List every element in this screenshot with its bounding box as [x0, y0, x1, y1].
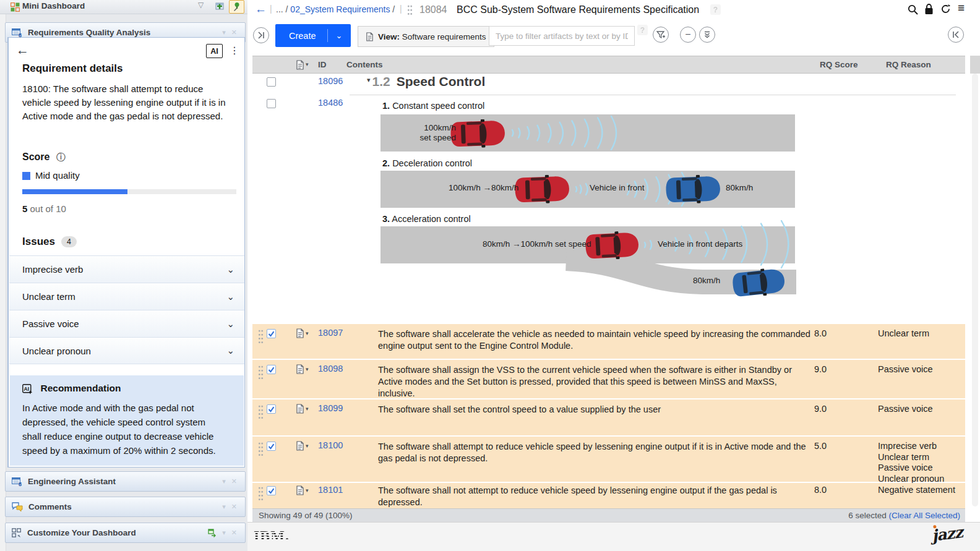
view-selector-button[interactable]: View: Software requirements	[358, 26, 494, 47]
caret-down-icon: ▾	[306, 366, 309, 372]
panel-header-comments[interactable]: Comments ▾ ✕	[5, 497, 246, 517]
lock-icon[interactable]	[924, 4, 934, 15]
artifact-type-icon[interactable]	[296, 364, 304, 374]
row-checkbox-18100[interactable]	[267, 442, 276, 451]
issue-accordion-imprecise-verb[interactable]: Imprecise verb ⌄	[9, 255, 244, 283]
vehicle-departs-label: Vehicle in front departs	[658, 239, 742, 249]
artifact-type-icon[interactable]	[296, 441, 304, 451]
panel-header-engineering-assistant[interactable]: 8 Engineering Assistant ▾ ✕	[5, 471, 246, 492]
collapse-all-button[interactable]	[699, 27, 715, 43]
table-row-18100[interactable]: ▾ 18100 The software shall attempt to re…	[252, 437, 965, 482]
row-checkbox-18096[interactable]	[267, 77, 276, 87]
artifact-id: 18084	[419, 4, 447, 15]
row-checkbox-18486[interactable]	[267, 99, 276, 108]
panel-window-controls[interactable]: ▾ ✕	[222, 529, 239, 537]
panel-title: Customize Your Dashboard	[27, 528, 136, 537]
help-icon[interactable]: ?	[710, 4, 721, 15]
filter-help-icon[interactable]: ?	[637, 25, 648, 35]
expand-sidebar-button[interactable]	[253, 27, 269, 43]
front-speed-label: 80km/h	[726, 183, 753, 192]
kebab-menu-icon[interactable]: ⋮	[230, 45, 239, 56]
breadcrumb-link-system-requirements[interactable]: 02_System Requirements	[290, 4, 390, 14]
panel-header-customize-dashboard[interactable]: Customize Your Dashboard ▾ ✕	[5, 523, 246, 543]
issue-accordion-passive-voice[interactable]: Passive voice ⌄	[9, 310, 244, 337]
row-checkbox-18099[interactable]	[267, 404, 276, 414]
row-checkbox-18097[interactable]	[267, 329, 276, 338]
refresh-icon[interactable]	[940, 4, 951, 14]
artifact-type-column-icon[interactable]	[296, 60, 304, 70]
clear-all-selected-link[interactable]: (Clear All Selected)	[888, 511, 960, 520]
collapse-section-button[interactable]: −	[680, 27, 696, 43]
issue-accordion-unclear-pronoun[interactable]: Unclear pronoun ⌄	[9, 337, 244, 364]
panel-window-controls[interactable]: ▾ ✕	[222, 503, 239, 511]
artifact-type-icon[interactable]	[296, 485, 304, 495]
back-navigation-icon[interactable]: ←	[255, 2, 267, 16]
set-speed-label: 100km/hset speed	[413, 123, 456, 143]
vertical-scrollbar[interactable]	[972, 74, 978, 506]
score-progress-track	[22, 189, 236, 194]
pin-dashboard-button[interactable]	[229, 0, 244, 14]
rq-score: 9.0	[814, 364, 827, 374]
collapse-all-icon	[703, 31, 711, 38]
ai-badge: AI	[206, 44, 223, 58]
column-header-contents[interactable]: Contents	[346, 60, 383, 69]
table-row-18101[interactable]: ▾ 18101 The software shall not attempt t…	[252, 483, 965, 508]
drag-handle[interactable]	[258, 365, 264, 381]
drag-handle[interactable]	[258, 442, 264, 458]
collapse-caret-icon[interactable]: ▾	[367, 76, 371, 83]
funnel-icon	[656, 30, 665, 39]
requirement-text: The software shall assign the VSS to the…	[378, 364, 811, 399]
artifact-id-link[interactable]: 18099	[318, 403, 343, 413]
drag-handle[interactable]	[258, 404, 264, 421]
drag-handle[interactable]	[407, 4, 413, 15]
drag-handle[interactable]	[258, 329, 264, 345]
breadcrumb: ... / 02_System Requirements /	[276, 4, 395, 14]
info-icon[interactable]: ⓘ	[56, 152, 66, 162]
artifact-id-link[interactable]: 18098	[318, 364, 343, 374]
table-header: ▾ ID Contents RQ Score RQ Reason	[252, 56, 965, 74]
caret-down-icon: ▾	[306, 443, 309, 449]
artifact-id-link[interactable]: 18100	[318, 440, 343, 450]
artifact-type-icon[interactable]	[296, 404, 304, 414]
table-row-18097[interactable]: ▾ 18097 The software shall accelerate th…	[252, 324, 965, 359]
add-widget-icon[interactable]	[214, 2, 224, 11]
section-heading-speed-control: ▾1.2Speed Control	[367, 74, 485, 89]
blue-car	[664, 173, 723, 205]
artifact-id-link-18096[interactable]: 18096	[318, 76, 343, 86]
table-row-18099[interactable]: ▾ 18099 The software shall set the contr…	[252, 399, 965, 435]
page-title: BCC Sub-System Software Requirements Spe…	[457, 4, 699, 15]
row-checkbox-18098[interactable]	[267, 365, 276, 374]
column-header-id[interactable]: ID	[318, 60, 327, 69]
artifact-id-link-18486[interactable]: 18486	[318, 98, 343, 108]
create-button[interactable]: Create ⌄	[275, 24, 351, 47]
back-arrow-icon[interactable]: ←	[16, 43, 29, 58]
add-external-widget-icon[interactable]	[208, 529, 217, 537]
column-header-rq-reason[interactable]: RQ Reason	[886, 60, 931, 69]
rq-reason: Unclear term	[878, 328, 929, 340]
issue-accordion-unclear-term[interactable]: Unclear term ⌄	[9, 283, 244, 310]
caret-down-icon: ▾	[306, 330, 309, 336]
page-footer: IBM. jazz	[247, 522, 980, 551]
chevron-down-icon: ⌄	[226, 291, 234, 302]
chevron-down-icon: ⌄	[226, 345, 234, 356]
artifact-id-link[interactable]: 18097	[318, 328, 343, 338]
row-checkbox-18101[interactable]	[267, 486, 276, 495]
artifact-id-link[interactable]: 18101	[318, 485, 343, 495]
collapse-panel-button[interactable]	[948, 27, 964, 43]
issues-count-badge: 4	[61, 236, 77, 247]
panel-window-controls[interactable]: ▾ ✕	[222, 28, 239, 36]
artifact-type-icon[interactable]	[296, 328, 304, 338]
filter-add-button[interactable]	[653, 27, 669, 43]
panel-window-controls[interactable]: ▾ ✕	[222, 477, 239, 485]
requirements-quality-analysis-panel: ← AI ⋮ Requirement details 18100: The so…	[7, 37, 245, 468]
radar-waves	[507, 114, 625, 152]
table-row-18098[interactable]: ▾ 18098 The software shall assign the VS…	[252, 360, 965, 398]
drag-handle[interactable]	[258, 486, 264, 502]
menu-icon[interactable]: ≡	[958, 1, 965, 15]
filter-artifacts-input[interactable]	[489, 26, 635, 46]
accel-speed-label: 80km/h →100km/h set speed	[483, 239, 591, 249]
dashboard-menu-chevron-icon[interactable]: ▽	[198, 1, 204, 9]
column-header-rq-score[interactable]: RQ Score	[820, 60, 858, 69]
search-icon[interactable]	[908, 4, 918, 15]
panel-title: Requirements Quality Analysis	[28, 28, 150, 37]
